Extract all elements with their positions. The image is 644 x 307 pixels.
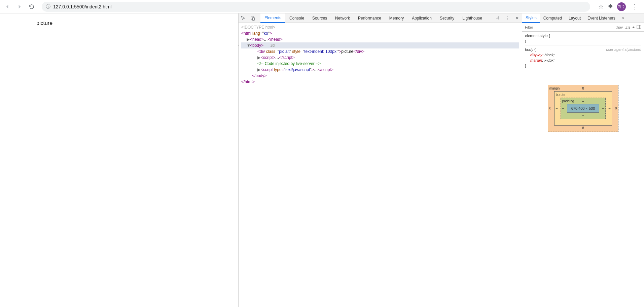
reload-button[interactable] — [27, 2, 36, 11]
collapse-arrow-icon[interactable]: ▼ — [247, 42, 250, 48]
devtools-tabs-right: ⋮ ✕ — [494, 13, 522, 23]
profile-avatar[interactable]: 지수 — [617, 2, 626, 11]
dom-div[interactable]: <div class="pic alt" style="text-indent:… — [241, 48, 519, 55]
tab-security[interactable]: Security — [436, 13, 458, 23]
devtools-panel: Elements Console Sources Network Perform… — [238, 13, 644, 307]
body-rule[interactable]: user agent stylesheet body { display: bl… — [525, 47, 641, 70]
expand-arrow-icon[interactable]: ▶ — [257, 55, 261, 61]
content-wrapper: picture Elements Console Sources Network… — [0, 13, 644, 307]
devtools-close-icon[interactable]: ✕ — [512, 13, 522, 23]
styles-filter-input[interactable] — [522, 25, 613, 29]
dom-body-close[interactable]: </body> — [241, 73, 519, 79]
svg-point-2 — [498, 18, 499, 19]
styles-tabs: Styles Computed Layout Event Listeners » — [522, 13, 644, 23]
devtools-main: Elements Console Sources Network Perform… — [239, 13, 522, 307]
device-toggle-icon[interactable] — [248, 13, 257, 23]
element-style-rule[interactable]: element.style { } — [525, 33, 641, 45]
browser-menu-icon[interactable]: ⋮ — [630, 3, 639, 10]
dom-script1[interactable]: ▶<script>…</script> — [241, 55, 519, 61]
browser-toolbar: ⓘ 127.0.0.1:5500/indent2.html ☆ 지수 ⋮ — [0, 0, 644, 13]
dom-html-close[interactable]: </html> — [241, 79, 519, 85]
toolbar-right: ☆ 지수 ⋮ — [596, 2, 641, 11]
bookmark-star-icon[interactable]: ☆ — [598, 3, 604, 10]
tab-computed[interactable]: Computed — [540, 13, 565, 23]
svg-rect-1 — [252, 18, 254, 21]
url-text: 127.0.0.1:5500/indent2.html — [53, 4, 112, 9]
dom-script2[interactable]: ▶<script type="text/javascript">…</scrip… — [241, 67, 519, 73]
box-model-diagram[interactable]: margin 8 8 8 8 border – – – – padding — [525, 71, 641, 145]
svg-rect-3 — [637, 25, 641, 28]
styles-content[interactable]: element.style { } user agent stylesheet … — [522, 32, 644, 307]
address-bar[interactable]: ⓘ 127.0.0.1:5500/indent2.html — [42, 2, 590, 12]
cls-toggle[interactable]: .cls — [625, 25, 631, 29]
tab-more-icon[interactable]: » — [619, 13, 628, 23]
site-info-icon[interactable]: ⓘ — [46, 4, 50, 10]
hov-toggle[interactable]: :hov — [616, 25, 623, 29]
dom-head[interactable]: ▶<head>…</head> — [241, 36, 519, 42]
tab-elements[interactable]: Elements — [260, 13, 285, 23]
dom-body-open[interactable]: ⋯▼<body> == $0 — [241, 42, 519, 48]
new-style-icon[interactable]: + — [633, 25, 635, 29]
devtools-menu-icon[interactable]: ⋮ — [503, 13, 512, 23]
box-model-padding[interactable]: padding – – – – 670.400 × 500 — [561, 98, 606, 119]
box-model-content[interactable]: 670.400 × 500 — [567, 104, 600, 113]
expand-arrow-icon[interactable]: ▶ — [257, 67, 261, 73]
dom-comment[interactable]: <!-- Code injected by live-server --> — [241, 61, 519, 67]
tab-event-listeners[interactable]: Event Listeners — [584, 13, 619, 23]
tab-sources[interactable]: Sources — [308, 13, 331, 23]
tab-application[interactable]: Application — [408, 13, 436, 23]
forward-button[interactable] — [15, 2, 24, 11]
page-viewport: picture — [0, 13, 238, 307]
box-model-margin[interactable]: margin 8 8 8 8 border – – – – padding — [548, 85, 619, 132]
tab-console[interactable]: Console — [285, 13, 308, 23]
tab-lighthouse[interactable]: Lighthouse — [458, 13, 486, 23]
styles-panel: Styles Computed Layout Event Listeners »… — [522, 13, 644, 307]
tab-memory[interactable]: Memory — [385, 13, 408, 23]
styles-filter-row: :hov .cls + — [522, 23, 644, 32]
page-text: picture — [3, 16, 236, 26]
computed-panel-icon[interactable] — [637, 25, 641, 30]
tab-separator — [259, 15, 259, 21]
tab-performance[interactable]: Performance — [354, 13, 385, 23]
box-model-border[interactable]: border – – – – padding – – – – 67 — [554, 91, 612, 126]
devtools-settings-icon[interactable] — [494, 13, 503, 23]
devtools-tabs: Elements Console Sources Network Perform… — [239, 13, 522, 23]
filter-buttons: :hov .cls + — [613, 25, 644, 30]
tab-styles[interactable]: Styles — [522, 13, 540, 23]
tab-layout[interactable]: Layout — [565, 13, 584, 23]
extensions-icon[interactable] — [608, 3, 613, 10]
dom-html-open[interactable]: <html lang="ko"> — [241, 30, 519, 36]
dom-doctype[interactable]: <!DOCTYPE html> — [241, 24, 519, 30]
gutter-dots-icon[interactable]: ⋯ — [239, 42, 239, 48]
expand-arrow-icon[interactable]: ▶ — [247, 36, 250, 42]
inspect-element-icon[interactable] — [239, 13, 248, 23]
tab-network[interactable]: Network — [331, 13, 354, 23]
back-button[interactable] — [3, 2, 12, 11]
elements-tree[interactable]: <!DOCTYPE html> <html lang="ko"> ▶<head>… — [239, 23, 522, 307]
